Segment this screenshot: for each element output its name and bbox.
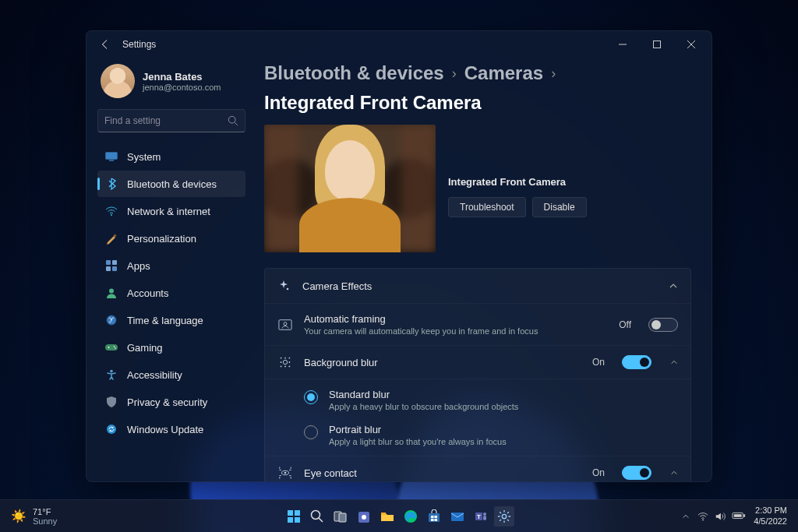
update-icon	[105, 423, 118, 435]
search-button[interactable]	[307, 506, 327, 527]
main-content: Bluetooth & devices › Cameras › Integrat…	[252, 58, 711, 481]
clock[interactable]: 2:30 PM 4/5/2022	[754, 506, 787, 526]
nav-item-update[interactable]: Windows Update	[97, 416, 245, 442]
auto-framing-state: Off	[619, 319, 631, 330]
user-email: jenna@contoso.com	[143, 83, 221, 92]
nav-item-accounts[interactable]: Accounts	[97, 280, 245, 306]
nav-label: Network & internet	[127, 206, 210, 217]
option-desc: Apply a heavy blur to obscure background…	[329, 402, 518, 411]
bg-blur-toggle[interactable]	[622, 355, 651, 369]
svg-rect-47	[431, 519, 434, 521]
chevron-up-icon[interactable]	[670, 469, 678, 477]
taskbar-apps: T	[284, 506, 514, 527]
camera-effects-expander[interactable]: Camera Effects	[265, 269, 690, 303]
accessibility-icon	[105, 368, 118, 381]
wifi-icon[interactable]	[697, 511, 708, 522]
wifi-icon	[105, 205, 118, 217]
option-title: Portrait blur	[329, 424, 507, 435]
breadcrumb-level1[interactable]: Bluetooth & devices	[264, 62, 444, 84]
camera-effects-label: Camera Effects	[302, 280, 658, 292]
user-profile[interactable]: Jenna Bates jenna@contoso.com	[97, 58, 245, 109]
nav-item-accessibility[interactable]: Accessibility	[97, 361, 245, 388]
nav-item-privacy[interactable]: Privacy & security	[97, 389, 245, 415]
svg-rect-12	[105, 344, 118, 351]
back-button[interactable]	[94, 33, 116, 55]
svg-point-36	[312, 510, 320, 519]
svg-point-1	[228, 116, 235, 123]
nav-item-time[interactable]: Time & language	[97, 307, 245, 333]
svg-point-22	[284, 358, 286, 359]
bg-blur-options: Standard blur Apply a heavy blur to obsc…	[265, 379, 690, 456]
nav-item-wifi[interactable]: Network & internet	[97, 198, 245, 224]
svg-point-10	[109, 289, 114, 294]
radio-button[interactable]	[304, 390, 318, 404]
personalization-icon	[105, 232, 118, 245]
settings-icon[interactable]	[494, 506, 514, 527]
file-explorer-icon[interactable]	[377, 506, 397, 527]
system-icon	[105, 150, 118, 163]
radio-button[interactable]	[304, 425, 318, 439]
svg-rect-38	[339, 513, 346, 522]
breadcrumb-level2[interactable]: Cameras	[464, 62, 543, 84]
svg-rect-8	[106, 266, 111, 271]
nav-item-personalization[interactable]: Personalization	[97, 225, 245, 252]
nav-item-system[interactable]: System	[97, 143, 245, 170]
svg-text:T: T	[477, 513, 481, 520]
taskbar: ☀️ 71°F Sunny T 2:30 PM 4/5/2022	[0, 499, 798, 532]
chat-icon[interactable]	[354, 506, 374, 527]
svg-point-25	[289, 361, 291, 363]
auto-framing-toggle[interactable]	[648, 318, 678, 332]
maximize-button[interactable]	[640, 33, 674, 56]
disable-button[interactable]: Disable	[532, 197, 587, 217]
nav-item-apps[interactable]: Apps	[97, 252, 245, 279]
task-view-button[interactable]	[330, 506, 351, 527]
mail-icon[interactable]	[447, 506, 468, 527]
chevron-up-icon	[669, 281, 678, 291]
camera-name: Integrated Front Camera	[448, 176, 587, 188]
radio-option[interactable]: Portrait blur Apply a light blur so that…	[265, 417, 690, 453]
tray-chevron-icon[interactable]	[682, 513, 690, 520]
svg-rect-19	[279, 319, 291, 329]
svg-point-52	[483, 513, 486, 516]
date: 4/5/2022	[754, 516, 787, 527]
auto-framing-setting: Automatic framing Your camera will autom…	[265, 303, 690, 345]
eye-contact-setting: Eye contact On	[265, 456, 690, 481]
nav-label: Privacy & security	[127, 396, 207, 408]
volume-icon[interactable]	[715, 511, 726, 522]
troubleshoot-button[interactable]: Troubleshoot	[448, 197, 526, 217]
nav-label: Gaming	[127, 342, 163, 354]
weather-widget[interactable]: ☀️ 71°F Sunny	[0, 507, 57, 526]
teams-icon[interactable]: T	[471, 506, 491, 527]
camera-preview	[264, 125, 436, 252]
nav-item-bluetooth[interactable]: Bluetooth & devices	[97, 171, 245, 197]
gaming-icon	[105, 341, 118, 354]
search-box[interactable]	[97, 109, 245, 132]
start-button[interactable]	[284, 506, 304, 527]
nav-label: Time & language	[127, 315, 203, 326]
svg-point-26	[281, 366, 282, 368]
svg-rect-35	[295, 517, 300, 523]
eye-contact-title: Eye contact	[304, 467, 581, 479]
store-icon[interactable]	[424, 506, 444, 527]
svg-rect-7	[112, 260, 117, 265]
auto-framing-title: Automatic framing	[304, 313, 608, 325]
radio-option[interactable]: Standard blur Apply a heavy blur to obsc…	[265, 382, 690, 417]
edge-icon[interactable]	[401, 506, 421, 527]
minimize-button[interactable]	[606, 33, 640, 56]
chevron-up-icon[interactable]	[670, 358, 678, 366]
weather-cond: Sunny	[33, 516, 57, 526]
window-title: Settings	[122, 39, 156, 50]
svg-point-54	[502, 514, 506, 518]
battery-icon[interactable]	[732, 511, 746, 522]
search-input[interactable]	[104, 115, 228, 126]
svg-point-18	[287, 288, 289, 291]
sun-icon: ☀️	[11, 509, 26, 523]
blur-icon	[277, 355, 293, 369]
search-icon	[228, 115, 238, 126]
sidebar: Jenna Bates jenna@contoso.com SystemBlue…	[87, 58, 252, 481]
nav-item-gaming[interactable]: Gaming	[97, 334, 245, 361]
close-button[interactable]	[674, 33, 708, 56]
framing-icon	[277, 318, 293, 332]
chevron-right-icon: ›	[551, 65, 556, 82]
eye-contact-toggle[interactable]	[622, 466, 651, 480]
